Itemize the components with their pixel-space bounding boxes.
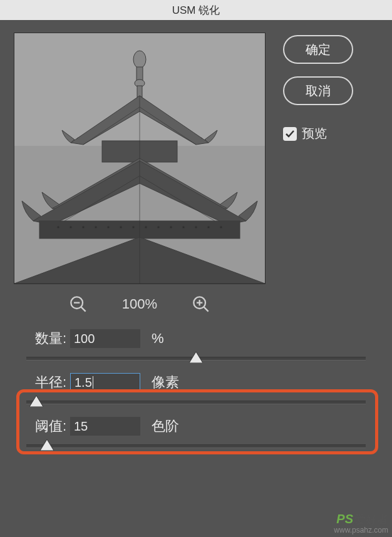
svg-rect-3 [137,67,143,81]
zoom-in-icon[interactable] [192,295,210,313]
preview-svg [14,33,265,284]
svg-point-19 [132,226,135,228]
radius-unit: 像素 [152,373,179,392]
svg-point-16 [95,226,97,228]
check-icon [285,129,295,139]
svg-point-17 [107,226,110,228]
svg-point-20 [145,226,147,228]
amount-unit: % [152,330,164,347]
svg-point-25 [207,226,210,228]
zoom-out-icon[interactable] [70,295,87,313]
watermark-text: 爱好者 [354,514,388,526]
threshold-label: 阈值: [26,417,66,436]
svg-point-21 [157,226,160,228]
amount-thumb[interactable] [189,352,203,363]
cancel-label: 取消 [306,83,331,100]
watermark-url: www.psahz.com [334,526,388,534]
svg-point-18 [120,226,122,228]
threshold-thumb[interactable] [40,439,54,451]
svg-point-22 [170,226,172,228]
svg-point-24 [195,226,197,228]
amount-slider[interactable] [26,357,366,361]
threshold-input[interactable]: 15 [70,417,140,436]
svg-point-26 [220,226,222,228]
svg-point-14 [70,226,72,228]
text-cursor [93,376,93,389]
radius-thumb[interactable] [29,396,43,407]
svg-point-2 [133,51,146,68]
svg-point-13 [57,226,59,228]
dialog-titlebar: USM 锐化 [0,0,392,20]
threshold-slider[interactable] [26,444,366,448]
svg-rect-5 [137,86,142,97]
svg-point-15 [82,226,85,228]
cancel-button[interactable]: 取消 [283,76,353,105]
svg-line-28 [81,307,86,312]
radius-param: 半径: 1.5 像素 [26,373,366,404]
radius-input[interactable]: 1.5 [70,373,140,392]
preview-label: 预览 [302,125,327,142]
radius-slider[interactable] [26,401,366,404]
ok-button[interactable]: 确定 [283,35,353,64]
zoom-level: 100% [122,296,157,312]
amount-param: 数量: 100 % [26,329,366,361]
watermark: PS 爱好者 www.psahz.com [334,512,388,534]
radius-label: 半径: [26,373,66,392]
preview-image[interactable] [14,33,266,284]
ok-label: 确定 [306,41,331,58]
threshold-unit: 色阶 [152,417,179,436]
amount-label: 数量: [26,329,66,348]
svg-line-31 [204,307,209,312]
svg-point-23 [182,226,185,228]
amount-input[interactable]: 100 [70,329,140,348]
threshold-param: 阈值: 15 色阶 [26,417,366,448]
watermark-brand: PS [336,512,353,526]
dialog-title: USM 锐化 [172,3,220,18]
preview-checkbox[interactable] [283,127,297,141]
